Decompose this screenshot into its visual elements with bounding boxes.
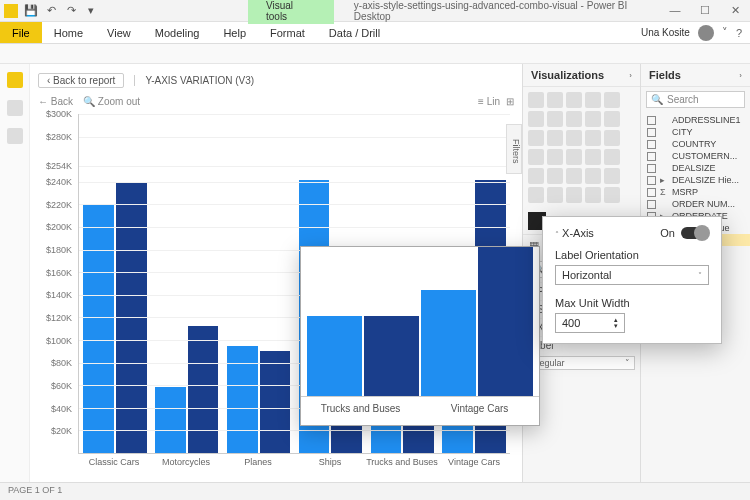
- field-item[interactable]: ORDER NUM...: [641, 198, 750, 210]
- viz-type-icon[interactable]: [566, 149, 582, 165]
- title-bar: 💾 ↶ ↷ ▾ Visual tools y-axis-style-settin…: [0, 0, 750, 22]
- chevron-up-icon[interactable]: ˄: [555, 230, 559, 239]
- label-orientation-select[interactable]: Horizontal˅: [555, 265, 709, 285]
- ribbon-collapse-icon[interactable]: ˅: [722, 26, 728, 39]
- viz-type-icon[interactable]: [585, 92, 601, 108]
- font-style-select[interactable]: Regular˅: [528, 356, 635, 370]
- viz-type-icon[interactable]: [528, 168, 544, 184]
- viz-type-icon[interactable]: [547, 187, 563, 203]
- viz-type-icon[interactable]: [547, 149, 563, 165]
- x-label: Planes: [222, 454, 294, 474]
- ribbon-tab-modeling[interactable]: Modeling: [143, 22, 212, 43]
- ribbon: File Home View Modeling Help Format Data…: [0, 22, 750, 44]
- x-label: Trucks and Buses: [366, 454, 438, 474]
- viz-type-icon[interactable]: [585, 111, 601, 127]
- viz-type-icon[interactable]: [547, 111, 563, 127]
- fields-search-input[interactable]: 🔍 Search: [646, 91, 745, 108]
- max-unit-width-input[interactable]: 400▴▾: [555, 313, 625, 333]
- minimize-icon[interactable]: —: [660, 4, 690, 17]
- viz-type-icon[interactable]: [585, 168, 601, 184]
- save-icon[interactable]: 💾: [24, 4, 38, 18]
- viz-type-icon[interactable]: [566, 168, 582, 184]
- chevron-right-icon[interactable]: ›: [739, 71, 742, 80]
- viz-type-icon[interactable]: [547, 168, 563, 184]
- y-tick: $280K: [46, 132, 72, 142]
- maximize-icon[interactable]: ☐: [690, 4, 720, 17]
- viz-type-icon[interactable]: [528, 130, 544, 146]
- field-item[interactable]: CUSTOMERN...: [641, 150, 750, 162]
- viz-type-icon[interactable]: [528, 92, 544, 108]
- y-tick: $120K: [46, 313, 72, 323]
- viz-type-icon[interactable]: [528, 187, 544, 203]
- zoom-out-button[interactable]: 🔍 Zoom out: [83, 96, 140, 107]
- field-item[interactable]: ADDRESSLINE1: [641, 114, 750, 126]
- bar[interactable]: [188, 326, 219, 453]
- qat-more-icon[interactable]: ▾: [84, 4, 98, 18]
- user-name[interactable]: Una Kosite: [641, 27, 690, 38]
- viz-type-icon[interactable]: [547, 92, 563, 108]
- zoom-x-label: Trucks and Buses: [301, 397, 420, 425]
- redo-icon[interactable]: ↷: [64, 4, 78, 18]
- model-view-icon[interactable]: [7, 128, 23, 144]
- max-unit-width-label: Max Unit Width: [555, 297, 709, 309]
- ribbon-tab-help[interactable]: Help: [211, 22, 258, 43]
- ribbon-tab-data-drill[interactable]: Data / Drill: [317, 22, 392, 43]
- field-item[interactable]: DEALSIZE: [641, 162, 750, 174]
- checkbox-icon[interactable]: [647, 176, 656, 185]
- viz-type-icon[interactable]: [604, 130, 620, 146]
- avatar[interactable]: [698, 25, 714, 41]
- viz-type-icon[interactable]: [566, 187, 582, 203]
- viz-type-icon[interactable]: [585, 130, 601, 146]
- ribbon-tab-home[interactable]: Home: [42, 22, 95, 43]
- ribbon-tab-format[interactable]: Format: [258, 22, 317, 43]
- fields-pane-title: Fields: [649, 69, 681, 81]
- chevron-right-icon[interactable]: ›: [629, 71, 632, 80]
- y-tick: $200K: [46, 222, 72, 232]
- checkbox-icon[interactable]: [647, 188, 656, 197]
- viz-type-icon[interactable]: [566, 111, 582, 127]
- page-title: Y-AXIS VARIATION (V3): [134, 75, 254, 86]
- x-label: Motorcycles: [150, 454, 222, 474]
- viz-type-icon[interactable]: [566, 130, 582, 146]
- field-item[interactable]: ▸DEALSIZE Hie...: [641, 174, 750, 186]
- viz-type-icon[interactable]: [585, 187, 601, 203]
- ribbon-tab-view[interactable]: View: [95, 22, 143, 43]
- viz-type-icon[interactable]: [566, 92, 582, 108]
- viz-type-icon[interactable]: [547, 130, 563, 146]
- undo-icon[interactable]: ↶: [44, 4, 58, 18]
- close-icon[interactable]: ✕: [720, 4, 750, 17]
- bar[interactable]: [155, 387, 186, 453]
- back-to-report-button[interactable]: ‹ Back to report: [38, 73, 124, 88]
- x-label: Classic Cars: [78, 454, 150, 474]
- viz-type-icon[interactable]: [604, 168, 620, 184]
- checkbox-icon[interactable]: [647, 164, 656, 173]
- field-item[interactable]: ΣMSRP: [641, 186, 750, 198]
- viz-type-icon[interactable]: [585, 149, 601, 165]
- viz-type-icon[interactable]: [604, 111, 620, 127]
- viz-type-icon[interactable]: [604, 92, 620, 108]
- checkbox-icon[interactable]: [647, 116, 656, 125]
- viz-type-icon[interactable]: [528, 149, 544, 165]
- checkbox-icon[interactable]: [647, 128, 656, 137]
- xaxis-toggle[interactable]: [681, 227, 709, 239]
- field-item[interactable]: CITY: [641, 126, 750, 138]
- zoom-bar: [478, 247, 533, 396]
- data-view-icon[interactable]: [7, 100, 23, 116]
- viz-type-icon[interactable]: [528, 111, 544, 127]
- chart-back-button[interactable]: ← Back: [38, 96, 73, 107]
- viz-type-icon[interactable]: [604, 187, 620, 203]
- field-item[interactable]: COUNTRY: [641, 138, 750, 150]
- bar[interactable]: [83, 204, 114, 453]
- bar[interactable]: [260, 351, 291, 453]
- zoom-bar: [307, 316, 362, 396]
- chart-menu-icon[interactable]: ⊞: [506, 96, 514, 107]
- help-icon[interactable]: ?: [736, 27, 742, 39]
- checkbox-icon[interactable]: [647, 140, 656, 149]
- scale-mode-toggle[interactable]: ≡ Lin: [478, 96, 500, 107]
- report-view-icon[interactable]: [7, 72, 23, 88]
- checkbox-icon[interactable]: [647, 152, 656, 161]
- viz-type-icon[interactable]: [604, 149, 620, 165]
- ribbon-tab-file[interactable]: File: [0, 22, 42, 43]
- checkbox-icon[interactable]: [647, 200, 656, 209]
- filters-pane-tab[interactable]: Filters: [506, 124, 522, 174]
